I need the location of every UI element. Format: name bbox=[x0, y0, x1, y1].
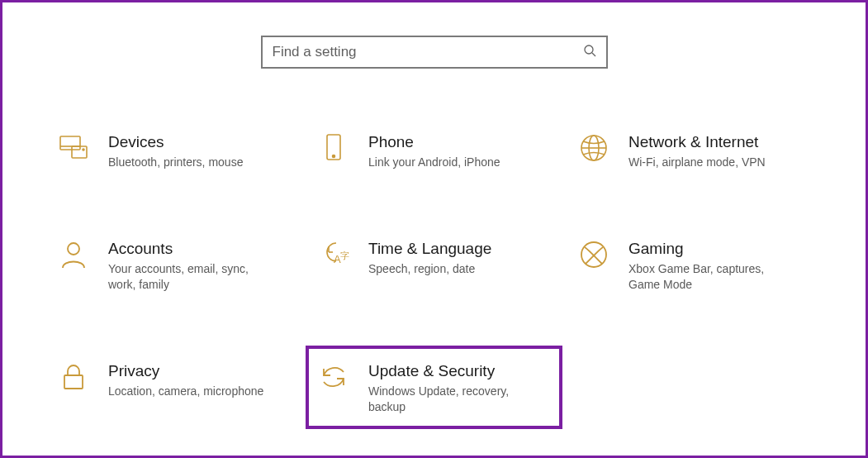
tile-text: Accounts Your accounts, email, sync, wor… bbox=[108, 238, 273, 293]
svg-rect-17 bbox=[64, 375, 83, 389]
svg-point-7 bbox=[333, 155, 335, 158]
devices-icon bbox=[57, 131, 90, 165]
tile-sub: Wi-Fi, airplane mode, VPN bbox=[628, 155, 766, 170]
person-icon bbox=[57, 238, 90, 271]
tile-update-security[interactable]: Update & Security Windows Update, recove… bbox=[306, 346, 562, 430]
tile-sub: Windows Update, recovery, backup bbox=[368, 384, 534, 415]
phone-icon bbox=[317, 131, 350, 165]
tile-sub: Speech, region, date bbox=[368, 261, 491, 277]
search-icon bbox=[583, 44, 596, 61]
tile-title: Phone bbox=[368, 133, 500, 151]
tile-sub: Bluetooth, printers, mouse bbox=[108, 155, 243, 170]
tile-title: Update & Security bbox=[368, 362, 534, 380]
empty-cell bbox=[572, 355, 816, 420]
tile-devices[interactable]: Devices Bluetooth, printers, mouse bbox=[52, 126, 296, 175]
tile-sub: Xbox Game Bar, captures, Game Mode bbox=[628, 261, 794, 293]
xbox-icon bbox=[577, 238, 610, 271]
tile-sub: Location, camera, microphone bbox=[108, 384, 263, 399]
search-placeholder: Find a setting bbox=[273, 44, 357, 60]
lock-icon bbox=[57, 360, 90, 394]
tile-phone[interactable]: Phone Link your Android, iPhone bbox=[312, 126, 556, 175]
tile-time-language[interactable]: A 字 Time & Language Speech, region, date bbox=[312, 233, 556, 298]
tile-text: Gaming Xbox Game Bar, captures, Game Mod… bbox=[628, 238, 794, 293]
tile-accounts[interactable]: Accounts Your accounts, email, sync, wor… bbox=[52, 233, 296, 298]
tile-network[interactable]: Network & Internet Wi-Fi, airplane mode,… bbox=[572, 126, 816, 175]
globe-icon bbox=[577, 131, 610, 165]
svg-point-11 bbox=[68, 243, 79, 255]
svg-line-1 bbox=[592, 53, 595, 56]
svg-rect-2 bbox=[60, 136, 80, 150]
svg-text:字: 字 bbox=[340, 250, 349, 260]
search-wrap: Find a setting bbox=[27, 36, 841, 69]
svg-rect-4 bbox=[72, 146, 87, 158]
tile-privacy[interactable]: Privacy Location, camera, microphone bbox=[52, 355, 296, 420]
tile-text: Devices Bluetooth, printers, mouse bbox=[108, 131, 243, 170]
tile-title: Privacy bbox=[108, 362, 263, 380]
tile-text: Privacy Location, camera, microphone bbox=[108, 360, 263, 399]
search-input[interactable]: Find a setting bbox=[261, 36, 608, 69]
tile-title: Time & Language bbox=[368, 240, 491, 258]
tile-title: Network & Internet bbox=[628, 133, 766, 151]
svg-point-5 bbox=[83, 149, 84, 150]
time-language-icon: A 字 bbox=[317, 238, 350, 271]
tile-text: Time & Language Speech, region, date bbox=[368, 238, 491, 277]
tile-text: Phone Link your Android, iPhone bbox=[368, 131, 500, 170]
tile-sub: Link your Android, iPhone bbox=[368, 155, 500, 170]
tile-text: Update & Security Windows Update, recove… bbox=[368, 360, 534, 415]
sync-icon bbox=[317, 360, 350, 394]
tile-title: Gaming bbox=[628, 240, 794, 258]
tile-sub: Your accounts, email, sync, work, family bbox=[108, 261, 273, 293]
svg-point-0 bbox=[585, 45, 593, 54]
settings-grid: Devices Bluetooth, printers, mouse Phone… bbox=[27, 126, 841, 419]
tile-title: Devices bbox=[108, 133, 243, 151]
settings-window: Find a setting Devices Bluetooth, printe bbox=[0, 0, 868, 458]
tile-gaming[interactable]: Gaming Xbox Game Bar, captures, Game Mod… bbox=[572, 233, 816, 298]
tile-text: Network & Internet Wi-Fi, airplane mode,… bbox=[628, 131, 766, 170]
tile-title: Accounts bbox=[108, 240, 273, 258]
